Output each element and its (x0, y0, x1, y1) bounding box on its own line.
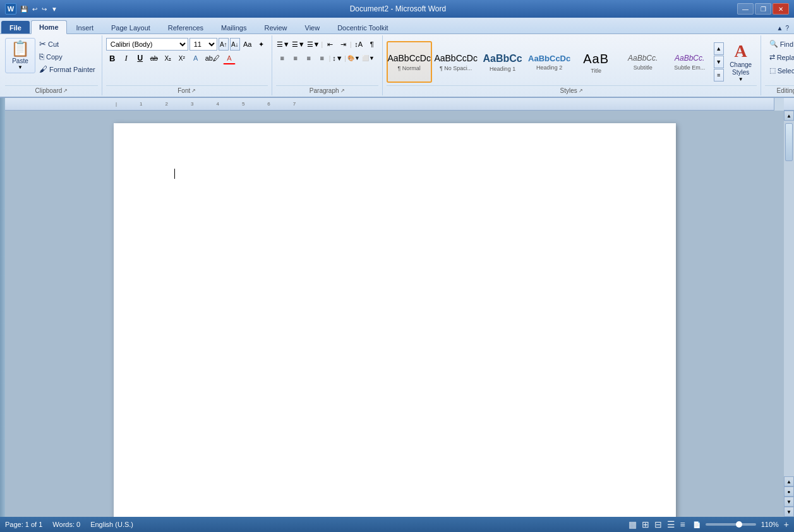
replace-icon: ⇄ (769, 53, 775, 61)
style-subtitle[interactable]: AaBbCc. Subtitle (620, 41, 666, 83)
tab-page-layout[interactable]: Page Layout (103, 21, 159, 33)
change-styles-arrow: ▼ (738, 76, 743, 82)
styles-gallery: AaBbCcDc ¶ Normal AaBbCcDc ¶ No Spaci...… (387, 41, 713, 83)
zoom-thumb[interactable] (736, 521, 742, 528)
paragraph-expand-btn[interactable]: ↗ (340, 88, 345, 94)
scroll-down-btn[interactable]: ▼ (784, 507, 794, 517)
font-color-btn[interactable]: A (223, 52, 236, 64)
styles-expand-btn[interactable]: ↗ (579, 88, 583, 94)
line-spacing-btn[interactable]: ↕▼ (331, 52, 344, 64)
highlight-btn[interactable]: ab🖊 (203, 52, 222, 64)
subscript-btn[interactable]: X₂ (162, 52, 174, 64)
justify-btn[interactable]: ≡ (316, 52, 328, 64)
style-no-spacing[interactable]: AaBbCcDc ¶ No Spaci... (433, 41, 479, 83)
status-right: ▦ ⊞ ⊟ ☰ ≡ 📄 110% + (629, 519, 790, 529)
select-button[interactable]: ⬚ Select ▼ (765, 64, 794, 76)
tab-home[interactable]: Home (31, 20, 67, 34)
font-expand-btn[interactable]: ↗ (191, 88, 196, 94)
decrease-indent-btn[interactable]: ⇤ (323, 38, 336, 51)
tab-docentric[interactable]: Docentric Toolkit (329, 21, 397, 33)
cut-label: Cut (48, 40, 59, 48)
tab-review[interactable]: Review (256, 21, 295, 33)
style-normal[interactable]: AaBbCcDc ¶ Normal (387, 41, 432, 83)
style-subtle-emphasis[interactable]: AaBbCc. Subtle Em... (667, 41, 713, 83)
scroll-track[interactable] (784, 121, 794, 476)
customize-quick-btn[interactable]: ▼ (50, 5, 59, 13)
ribbon-help-btn[interactable]: ? (785, 25, 789, 32)
copy-button[interactable]: ⎘ Copy (37, 51, 98, 63)
scroll-up-btn[interactable]: ▲ (784, 111, 794, 121)
font-size-select[interactable]: 11 (189, 38, 217, 51)
superscript-btn[interactable]: X² (176, 52, 188, 64)
shading-btn[interactable]: 🎨▼ (347, 52, 361, 64)
view-print-btn[interactable]: ▦ (629, 519, 637, 529)
font-grow-btn[interactable]: A↑ (219, 38, 229, 51)
window-title: Document2 - Microsoft Word (59, 4, 737, 13)
styles-more-btn[interactable]: ≡ (714, 69, 724, 82)
zoom-in-btn[interactable]: + (784, 519, 789, 529)
zoom-slider[interactable] (706, 523, 756, 526)
document-viewport[interactable] (5, 111, 784, 517)
undo-quick-btn[interactable]: ↩ (31, 5, 39, 13)
format-painter-button[interactable]: 🖌 Format Painter (37, 63, 98, 75)
view-draft-btn[interactable]: ≡ (680, 519, 685, 529)
cut-button[interactable]: ✂ Cut (37, 38, 98, 50)
select-browse-btn[interactable]: ● (784, 487, 794, 497)
strikethrough-btn[interactable]: ab (148, 52, 160, 64)
view-fullscreen-btn[interactable]: ⊞ (642, 519, 649, 529)
view-web-btn[interactable]: ⊟ (654, 519, 662, 529)
minimize-btn[interactable]: — (737, 3, 754, 15)
restore-btn[interactable]: ❐ (755, 3, 771, 15)
paste-button[interactable]: 📋 Paste ▼ (5, 38, 35, 73)
multilevel-btn[interactable]: ☰▼ (306, 38, 321, 51)
border-btn[interactable]: ⬜▼ (361, 52, 375, 64)
tab-view[interactable]: View (297, 21, 328, 33)
align-left-btn[interactable]: ≡ (276, 52, 289, 64)
tab-mailings[interactable]: Mailings (213, 21, 255, 33)
close-btn[interactable]: ✕ (773, 3, 789, 15)
style-no-spacing-label: ¶ No Spaci... (440, 65, 472, 71)
scroll-prev-page-btn[interactable]: ▲ (784, 476, 794, 487)
tab-references[interactable]: References (160, 21, 212, 33)
style-title[interactable]: AaB Title (574, 41, 619, 83)
underline-btn[interactable]: U (134, 52, 147, 64)
style-heading1[interactable]: AaBbCc Heading 1 (480, 41, 526, 83)
change-styles-button[interactable]: A ChangeStyles ▼ (725, 38, 757, 85)
align-right-btn[interactable]: ≡ (303, 52, 315, 64)
replace-button[interactable]: ⇄ Replace (765, 51, 794, 63)
words-info: Words: 0 (52, 521, 80, 528)
font-name-select[interactable]: Calibri (Body) (106, 38, 188, 51)
change-case-btn[interactable]: Aa (241, 38, 254, 51)
find-button[interactable]: 🔍 Find ▼ (765, 38, 794, 50)
bullets-btn[interactable]: ☰▼ (276, 38, 291, 51)
scroll-next-page-btn[interactable]: ▼ (784, 497, 794, 507)
styles-scroll-down-btn[interactable]: ▼ (714, 56, 724, 68)
tab-insert[interactable]: Insert (68, 21, 102, 33)
scroll-thumb[interactable] (785, 123, 793, 161)
style-normal-preview: AaBbCcDc (387, 53, 430, 64)
tab-file[interactable]: File (1, 21, 30, 33)
styles-scroll-up-btn[interactable]: ▲ (714, 42, 724, 55)
ribbon-collapse-btn[interactable]: ▲ (777, 25, 783, 32)
style-heading2[interactable]: AaBbCcDc Heading 2 (527, 41, 572, 83)
redo-quick-btn[interactable]: ↪ (40, 5, 48, 13)
bold-btn[interactable]: B (106, 52, 119, 64)
clear-format-btn[interactable]: ✦ (255, 38, 268, 51)
align-center-btn[interactable]: ≡ (289, 52, 302, 64)
sort-btn[interactable]: ↕A (352, 38, 365, 51)
doc-with-scrollbar: ▲ ▲ ● ▼ ▼ (5, 111, 794, 517)
format-painter-label: Format Painter (49, 66, 95, 73)
document-page[interactable] (114, 123, 676, 517)
italic-btn[interactable]: I (120, 52, 133, 64)
font-shrink-btn[interactable]: A↓ (230, 38, 240, 51)
show-para-btn[interactable]: ¶ (366, 38, 378, 51)
view-outline-btn[interactable]: ☰ (667, 519, 675, 529)
ruler-corner[interactable] (774, 98, 784, 111)
clipboard-expand-btn[interactable]: ↗ (63, 88, 68, 94)
increase-indent-btn[interactable]: ⇥ (337, 38, 349, 51)
numbering-btn[interactable]: ☰▼ (291, 38, 306, 51)
font-rows: Calibri (Body) 11 A↑ A↓ Aa ✦ B I U (106, 38, 268, 64)
style-subtitle-label: Subtitle (634, 64, 653, 71)
save-quick-btn[interactable]: 💾 (19, 5, 29, 13)
text-effect-btn[interactable]: A (189, 52, 202, 64)
